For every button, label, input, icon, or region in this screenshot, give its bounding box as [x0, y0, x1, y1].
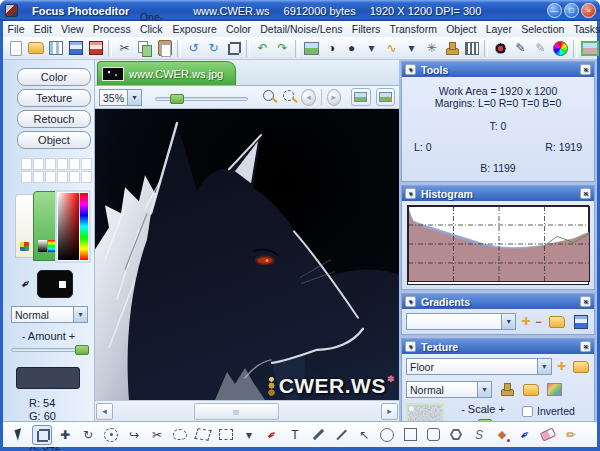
curve-shape-icon[interactable]: S — [469, 425, 489, 445]
browse-icon[interactable] — [46, 39, 65, 58]
eraser-icon[interactable] — [538, 425, 558, 445]
curves-icon[interactable]: ∿ — [382, 39, 401, 58]
menu-filters[interactable]: Filters — [347, 23, 385, 35]
marquee-icon[interactable] — [216, 425, 236, 445]
tools-panel-titlebar[interactable]: ▾ Tools × — [402, 62, 594, 77]
close-icon[interactable]: × — [580, 188, 591, 199]
menu-transform[interactable]: Transform — [385, 23, 442, 35]
rect-shape-icon[interactable] — [400, 425, 420, 445]
color-swatch[interactable] — [81, 171, 92, 183]
path-icon[interactable]: ✎ — [531, 39, 550, 58]
menu-file[interactable]: File — [3, 23, 29, 35]
line-thick-icon[interactable] — [308, 425, 328, 445]
image-edit-button[interactable]: ✎ — [376, 88, 395, 106]
saturation-value-box[interactable] — [58, 193, 79, 260]
histogram-panel-titlebar[interactable]: ▾ Histogram × — [402, 186, 594, 201]
chevron-down-icon[interactable]: ▾ — [477, 381, 492, 398]
chevron-down-icon[interactable]: ▾ — [73, 306, 88, 323]
foreground-color-swatch[interactable] — [37, 270, 73, 298]
chevron-down-icon[interactable]: ▾ — [501, 313, 516, 330]
frame-image-icon[interactable] — [580, 39, 599, 58]
blend-mode-select[interactable]: Normal ▾ — [11, 306, 88, 323]
menu-tasks[interactable]: Tasks — [569, 23, 600, 35]
rotate-right-icon[interactable]: ↻ — [204, 39, 223, 58]
close-icon[interactable]: × — [580, 296, 591, 307]
close-button[interactable]: × — [581, 3, 596, 18]
redo-icon[interactable]: ↷ — [273, 39, 292, 58]
color-picker-pen-icon[interactable]: ✒ — [258, 420, 286, 448]
rotate-left-icon[interactable]: ↺ — [184, 39, 203, 58]
pointer-icon[interactable] — [9, 425, 29, 445]
hue-bar[interactable] — [80, 193, 88, 260]
brightness-caret-icon[interactable]: ▾ — [362, 39, 381, 58]
fill-bucket-icon[interactable] — [492, 425, 512, 445]
sample-circle-icon[interactable] — [101, 425, 121, 445]
collapse-icon[interactable]: ▾ — [405, 341, 416, 352]
color-swatch[interactable] — [57, 158, 68, 170]
eyedropper-icon[interactable]: ✒ — [18, 275, 35, 292]
texture-blend-select[interactable]: Normal ▾ — [406, 381, 492, 398]
arrow-line-icon[interactable]: ↖ — [354, 425, 374, 445]
texture-mode-button[interactable]: Texture — [17, 89, 91, 107]
color-swatch[interactable] — [33, 158, 44, 170]
curves-caret-icon[interactable]: ▾ — [402, 39, 421, 58]
collapse-icon[interactable]: ▾ — [405, 296, 416, 307]
save-gradient-icon[interactable] — [571, 312, 590, 331]
rounded-rect-shape-icon[interactable] — [423, 425, 443, 445]
menu-exposure[interactable]: Exposure — [168, 23, 222, 35]
previous-image-button[interactable]: ◂ — [301, 89, 315, 106]
text-tool-icon[interactable]: T — [285, 425, 305, 445]
actual-size-icon[interactable] — [261, 88, 276, 106]
inverted-checkbox[interactable] — [522, 406, 533, 417]
red-eye-icon[interactable] — [491, 39, 510, 58]
texture-from-image-icon[interactable] — [545, 380, 564, 399]
texture-preview[interactable] — [406, 403, 444, 421]
polygon-lasso-icon[interactable] — [193, 425, 213, 445]
lasso-icon[interactable] — [170, 425, 190, 445]
texture-preset-select[interactable]: Floor ▾ — [406, 358, 552, 375]
remove-gradient-icon[interactable]: − — [536, 316, 542, 328]
collapse-icon[interactable]: ▾ — [405, 188, 416, 199]
color-wheel-icon[interactable] — [551, 39, 570, 58]
crop-tool-icon[interactable] — [32, 425, 52, 445]
menu-color[interactable]: Color — [221, 23, 255, 35]
horizontal-scrollbar[interactable]: ◂ ▸ — [95, 400, 399, 421]
close-icon[interactable]: × — [580, 64, 591, 75]
cut-path-icon[interactable]: ✂ — [147, 425, 167, 445]
curve-arrow-icon[interactable]: ↪ — [124, 425, 144, 445]
object-mode-button[interactable]: Object — [17, 131, 91, 149]
close-icon[interactable]: × — [580, 341, 591, 352]
marquee-caret-icon[interactable]: ▾ — [239, 425, 259, 445]
add-texture-icon[interactable]: ✚ — [557, 360, 566, 373]
open-texture-icon[interactable] — [571, 357, 590, 376]
polygon-shape-icon[interactable] — [446, 425, 466, 445]
color-mode-button[interactable]: Color — [17, 68, 91, 86]
sharpen-icon[interactable]: ✳ — [422, 39, 441, 58]
color-swatch[interactable] — [69, 171, 80, 183]
color-swatch[interactable] — [33, 171, 44, 183]
fit-to-window-icon[interactable] — [281, 88, 296, 106]
maximize-button[interactable]: □ — [564, 3, 579, 18]
auto-enhance-icon[interactable] — [302, 39, 321, 58]
title-bar[interactable]: Focus Photoeditor www.CWER.ws 6912000 by… — [0, 0, 600, 21]
crop-icon[interactable] — [224, 39, 243, 58]
menu-detail-noise-lens[interactable]: Detail/Noise/Lens — [256, 23, 347, 35]
color-swatch[interactable] — [21, 158, 32, 170]
color-swatch[interactable] — [21, 171, 32, 183]
amount-slider-thumb[interactable] — [75, 345, 89, 355]
color-swatch[interactable] — [81, 158, 92, 170]
zoom-slider[interactable] — [155, 94, 248, 104]
scrollbar-thumb[interactable] — [194, 403, 279, 420]
brightness-icon[interactable]: ● — [342, 39, 361, 58]
image-canvas[interactable]: CWER.WS ✽ — [95, 109, 399, 400]
contrast-icon[interactable]: ◑ — [322, 39, 341, 58]
scroll-left-icon[interactable]: ◂ — [96, 403, 113, 420]
copy-icon[interactable] — [135, 39, 154, 58]
save-as-icon[interactable] — [86, 39, 105, 58]
menu-edit[interactable]: Edit — [29, 23, 56, 35]
new-file-icon[interactable] — [6, 39, 25, 58]
document-tab[interactable]: www.CWER.ws.jpg — [97, 61, 236, 85]
line-thin-icon[interactable] — [331, 425, 351, 445]
amount-slider[interactable] — [11, 345, 86, 355]
paste-icon[interactable] — [155, 39, 174, 58]
